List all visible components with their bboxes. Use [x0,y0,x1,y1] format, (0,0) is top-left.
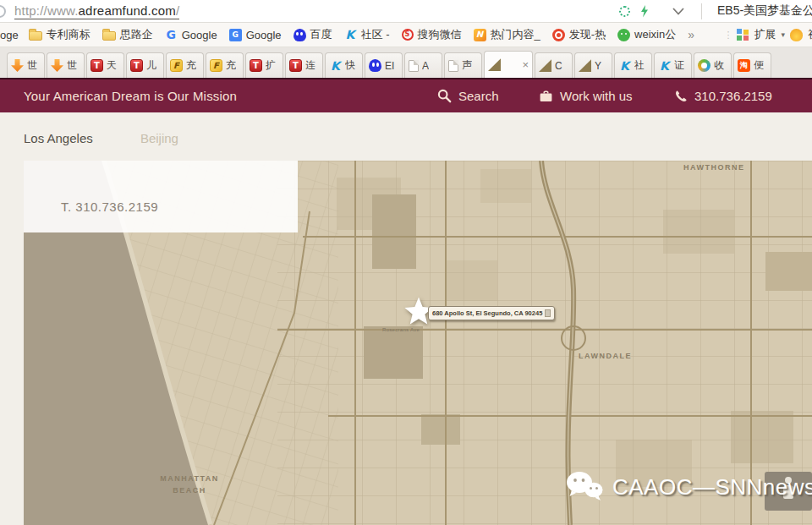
bookmark-label: 搜狗微信 [418,27,462,42]
tab[interactable]: C [535,52,573,78]
bookmark-item[interactable]: weixin公 [617,27,676,42]
nav-beijing[interactable]: Beijing [140,131,178,145]
search-label: Search [458,89,499,103]
bookmark-item[interactable]: K社区 - [344,27,390,42]
tab[interactable]: K快 [325,52,363,78]
bookmark-item[interactable]: 发现-热 [552,27,606,42]
bookmark-label: Google [246,29,282,41]
video-label[interactable]: 视 [808,27,812,42]
tab-active[interactable]: × [484,51,533,78]
tab-title: 收 [714,58,724,73]
bookmark-label: 社区 - [361,27,390,42]
bookmark-label: 思路企 [120,27,153,42]
briefcase-icon [539,90,553,103]
tab-title: Y [595,60,601,72]
reload-icon[interactable] [0,5,6,18]
gold-f-icon: F [210,59,222,72]
map-marker-label[interactable]: 680 Apollo St, El Segundo, CA 90245 [428,306,555,320]
extensions-label[interactable]: 扩展 [754,27,776,42]
dream-triangle-icon [488,58,501,71]
map-area-label-manhattan-beach: MANHATTAN BEACH [149,473,230,496]
video-cat-icon[interactable] [790,29,803,41]
tab-title: 儿 [146,58,156,73]
tab[interactable]: T天 [86,52,124,78]
address-bar: http://www.adreamfund.com/ EB5-美国梦基金公 [0,0,812,23]
dropdown-chevron-icon[interactable] [672,8,684,15]
adblock-shutter-icon[interactable] [619,6,630,17]
wechat-icon [617,29,630,41]
dream-triangle-icon [579,59,591,72]
tab-title: 声 [462,58,472,73]
bookmark-label: Google [182,29,217,41]
divider [701,3,702,19]
nav-los-angeles[interactable]: Los Angeles [24,131,93,145]
tab-title: 充 [226,58,236,73]
taobao-icon: 淘 [738,59,750,72]
bookmark-item[interactable]: GGoogle [165,29,217,41]
tab[interactable]: T儿 [126,52,164,78]
tab-bar: 世世T天T儿F充F充T扩T连K快EIA声×CYK社K证收淘便 [0,47,812,78]
k-community-icon: K [658,59,671,72]
download-icon [11,59,24,72]
browser-window: http://www.adreamfund.com/ EB5-美国梦基金公 og… [0,0,812,525]
folder-icon [102,31,116,41]
tab-title: 世 [67,58,77,73]
page-title: EB5-美国梦基金公 [717,3,812,19]
flash-bolt-icon[interactable] [639,5,650,18]
header-phone[interactable]: 310.736.2159 [674,79,772,112]
tab[interactable]: K社 [614,52,652,78]
tab[interactable]: 世 [7,52,45,78]
drag-handle-icon: ⋮ [723,30,732,41]
tab[interactable]: T连 [285,52,323,78]
bookmark-item-truncated[interactable]: oge [0,29,19,41]
office-location-map[interactable]: HAWTHORNE LAWNDALE MANHATTAN BEACH Rosec… [24,161,812,525]
t-red-icon: T [130,59,143,72]
tab[interactable]: 声 [444,52,482,78]
bookmark-item[interactable]: 百度 [294,27,332,42]
bookmark-label: 百度 [310,27,332,42]
tab[interactable]: 世 [47,52,85,78]
bookmark-label: 专利商标 [47,27,91,42]
site-tagline: Your American Dream is Our Mission [24,89,237,103]
tab[interactable]: 收 [694,52,732,78]
tab[interactable]: K证 [654,52,692,78]
bookmark-item[interactable]: 专利商标 [29,27,91,42]
bookmark-item[interactable]: S搜狗微信 [402,27,462,42]
site-header: Your American Dream is Our Mission Searc… [0,78,812,112]
city-nav: Los Angeles Beijing [0,112,812,161]
search-button[interactable]: Search [437,79,499,112]
bookmark-label: 发现-热 [569,27,606,42]
url-input[interactable]: http://www.adreamfund.com/ [14,3,179,19]
contact-phone: T. 310.736.2159 [61,200,158,214]
work-with-us-button[interactable]: Work with us [539,79,633,112]
tab[interactable]: T扩 [245,52,283,78]
tab-title: 快 [345,58,355,73]
t-red-icon: T [91,59,103,72]
tab-title: 世 [27,58,37,73]
url-scheme: http://www. [14,3,79,18]
t-red-icon: T [250,59,262,72]
browser360-icon [698,59,710,72]
extensions-icon[interactable] [737,29,749,41]
doc-icon [409,60,419,72]
bookmark-item[interactable]: 思路企 [102,27,153,42]
bookmark-item[interactable]: GGoogle [229,29,282,41]
google-translate-icon: G [229,29,242,41]
extensions-caret-icon[interactable]: ▾ [781,30,785,39]
bookmarks-bar-right: ⋮ 扩展 ▾ 视 [723,27,812,42]
tab[interactable]: Y [574,52,612,78]
tab[interactable]: A [404,52,442,78]
map-area-label-hawthorne: HAWTHORNE [683,163,745,172]
bookmark-label: weixin公 [634,27,676,42]
bookmark-item[interactable]: N热门内容_ [474,27,540,42]
tab[interactable]: F充 [206,52,244,78]
tab-close-icon[interactable]: × [522,59,529,70]
bookmarks-overflow-chevron[interactable]: » [688,28,694,41]
tab[interactable]: F充 [166,52,204,78]
dream-triangle-icon [539,59,551,72]
download-icon [51,59,63,72]
k-community-icon: K [618,59,631,72]
contact-overlay: T. 310.736.2159 [24,161,298,232]
tab[interactable]: EI [365,52,403,78]
tab[interactable]: 淘便 [733,52,771,78]
